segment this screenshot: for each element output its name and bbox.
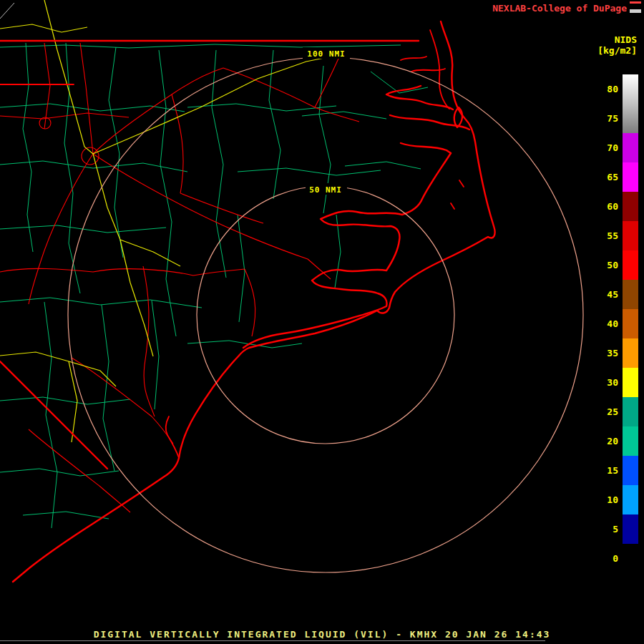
interstate-line: [93, 154, 153, 356]
colorbar: 80757065605550454035302520151050: [597, 74, 638, 573]
highway-line: [172, 94, 183, 193]
sound-shoreline: [401, 143, 451, 153]
range-ring-100nmi: [68, 57, 583, 572]
range-ring-label-50: 50 NMI: [309, 185, 342, 195]
county-line: [0, 104, 185, 112]
highway-line: [0, 113, 129, 119]
mainland-sound-shoreline: [243, 153, 451, 348]
highway-line: [93, 154, 308, 259]
colorbar-tick-label: 40: [597, 318, 618, 329]
county-line: [212, 50, 226, 278]
colorbar-row: 60: [597, 192, 638, 221]
colorbar-row: 45: [597, 280, 638, 309]
county-line: [238, 168, 381, 175]
product-title: DIGITAL VERTICALLY INTEGRATED LIQUID (VI…: [0, 629, 644, 640]
highway-line: [93, 68, 223, 154]
outer-banks-coastline: [377, 21, 495, 313]
colorbar-swatch: [623, 133, 638, 162]
footer-underline: [0, 640, 545, 641]
map-edge-artifact: [0, 3, 14, 19]
county-line: [238, 215, 245, 322]
colorbar-row: 25: [597, 397, 638, 426]
colorbar-row: 50: [597, 250, 638, 280]
colorbar-swatch: [623, 104, 638, 133]
colorbar-tick-label: 80: [597, 84, 618, 94]
colorbar-swatch: [623, 426, 638, 456]
colorbar-tick-label: 65: [597, 172, 618, 182]
county-line: [44, 302, 57, 528]
colorbar-swatch: [623, 368, 638, 397]
colorbar-row: 40: [597, 309, 638, 338]
radar-display: 100 NMI 50 NMI NEXLAB-College of DuPage …: [0, 0, 644, 644]
colorbar-tick-label: 45: [597, 289, 618, 300]
colorbar-swatch: [623, 514, 638, 544]
interstate-line: [120, 240, 180, 266]
colorbar-row: 0: [597, 544, 638, 573]
colorbar-units: [kg/m2]: [597, 45, 637, 56]
colorbar-title-block: NIDS [kg/m2]: [597, 34, 637, 56]
colorbar-row: 15: [597, 456, 638, 485]
county-line: [23, 512, 109, 519]
colorbar-tick-label: 25: [597, 406, 618, 417]
colorbar-swatch: [623, 192, 638, 221]
colorbar-tick-label: 20: [597, 436, 618, 447]
county-line: [64, 43, 80, 293]
colorbar-tick-label: 50: [597, 260, 618, 270]
highway-line: [223, 68, 359, 122]
county-line: [0, 397, 130, 404]
highway-line: [180, 193, 263, 223]
colorbar-swatch: [623, 456, 638, 485]
county-line: [302, 112, 386, 119]
colorbar-swatch: [623, 280, 638, 309]
colorbar-row: 70: [597, 133, 638, 162]
county-line: [0, 298, 202, 308]
cape-fear-river: [166, 416, 179, 458]
colorbar-row: 80: [597, 74, 638, 104]
colorbar-swatch: [623, 544, 638, 573]
range-ring-label-100: 100 NMI: [307, 49, 345, 59]
colorbar-tick-label: 30: [597, 377, 618, 388]
southern-coastline: [13, 311, 377, 582]
site-title: NEXLAB-College of DuPage: [492, 3, 627, 14]
colorbar-row: 10: [597, 485, 638, 514]
range-ring-50nmi: [197, 186, 454, 444]
colorbar-row: 20: [597, 426, 638, 456]
cod-weather-logo-icon: [630, 1, 641, 13]
county-line: [345, 162, 421, 169]
colorbar-tick-label: 75: [597, 113, 618, 124]
colorbar-row: 65: [597, 162, 638, 192]
colorbar-tick-label: 15: [597, 465, 618, 476]
state-border-lines: [0, 41, 419, 469]
colorbar-tick-label: 5: [597, 524, 618, 535]
colorbar-swatch: [623, 250, 638, 280]
interstate-line: [0, 24, 87, 32]
interstate-lines-yellow: [0, 0, 335, 442]
interstate-line: [93, 56, 335, 154]
colorbar-swatch: [623, 338, 638, 368]
albemarle-shoreline: [386, 86, 453, 109]
colorbar-tick-label: 70: [597, 142, 618, 153]
colorbar-swatch: [623, 309, 638, 338]
colorbar-swatch: [623, 221, 638, 250]
colorbar-row: 30: [597, 368, 638, 397]
colorbar-swatch: [623, 485, 638, 514]
colorbar-tick-label: 35: [597, 348, 618, 358]
colorbar-tick-label: 0: [597, 553, 618, 564]
interstate-line: [0, 352, 116, 386]
colorbar-title: NIDS: [597, 34, 637, 45]
river-shoreline: [401, 57, 426, 60]
county-line: [0, 161, 187, 172]
colorbar-tick-label: 60: [597, 201, 618, 212]
sound-island: [451, 203, 454, 209]
coastline: [13, 21, 495, 582]
colorbar-row: 55: [597, 221, 638, 250]
range-rings: 100 NMI 50 NMI: [68, 47, 583, 572]
colorbar-tick-label: 10: [597, 494, 618, 505]
colorbar-row: 35: [597, 338, 638, 368]
county-line: [0, 469, 119, 476]
colorbar-swatch: [623, 162, 638, 192]
interstate-line: [44, 0, 93, 154]
colorbar-swatch: [623, 397, 638, 426]
sound-island: [459, 180, 464, 187]
colorbar-row: 75: [597, 104, 638, 133]
